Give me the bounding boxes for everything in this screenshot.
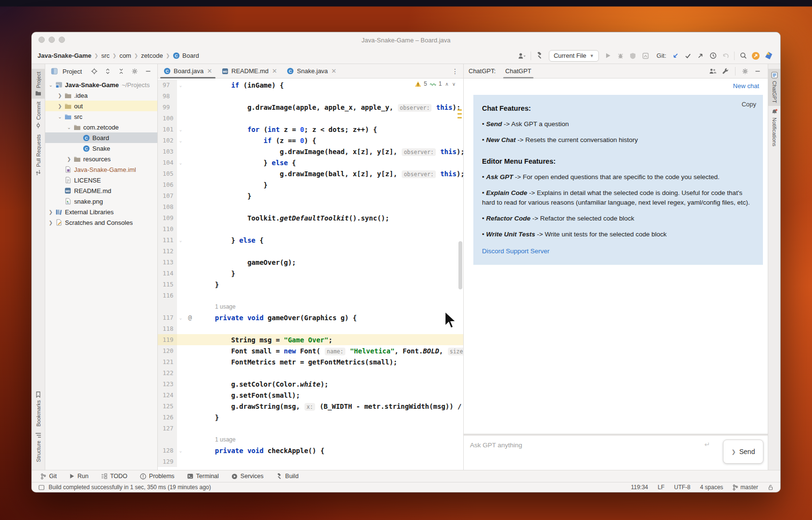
fold-marker-icon[interactable]: ⌄ <box>177 127 184 132</box>
history-clock-icon[interactable] <box>707 50 719 62</box>
tree-item-out[interactable]: ❯out <box>45 101 157 111</box>
editor-tab-board-java[interactable]: CBoard.java✕ <box>159 64 217 78</box>
breadcrumb-item[interactable]: zetcode <box>141 52 163 59</box>
sidebar-item-notifications[interactable]: Notifications <box>768 106 780 149</box>
search-everywhere-icon[interactable] <box>737 50 749 62</box>
run-icon[interactable] <box>602 50 614 62</box>
ide-gem-icon[interactable] <box>762 50 774 62</box>
tree-item-snake-png[interactable]: snake.png <box>45 196 157 207</box>
warning-stripe-mark[interactable] <box>457 113 462 115</box>
close-window-button[interactable] <box>38 37 45 43</box>
tree-chevron-icon[interactable]: ❯ <box>56 104 63 109</box>
tree-item-java-snake-game[interactable]: ⌄Java-Snake-Game~/Projects <box>45 79 157 90</box>
sidebar-item-structure[interactable]: Structure <box>32 429 45 465</box>
tree-item-external-libraries[interactable]: ❯External Libraries <box>45 207 157 217</box>
git-commit-check-icon[interactable] <box>682 50 694 62</box>
code-line[interactable]: 119 String msg = "Game Over"; <box>158 334 463 345</box>
code-line[interactable]: 102⌄ if (z == 0) { <box>158 135 463 146</box>
code-line[interactable]: 107 } <box>158 190 463 201</box>
tool-window-button-todo[interactable]: TODO <box>101 473 127 480</box>
tree-chevron-icon[interactable]: ❯ <box>56 93 63 98</box>
tool-window-button-terminal[interactable]: Terminal <box>187 473 219 480</box>
sidebar-item-chatgpt[interactable]: ChatGPT <box>768 69 780 106</box>
warning-stripe-mark[interactable] <box>457 117 462 118</box>
coverage-icon[interactable] <box>627 50 639 62</box>
sidebar-item-bookmarks[interactable]: Bookmarks <box>32 389 45 429</box>
code-line[interactable]: 127 <box>158 423 463 434</box>
tree-chevron-icon[interactable]: ❯ <box>47 209 54 215</box>
code-line[interactable]: 100 <box>158 113 463 124</box>
code-line[interactable]: 115 } <box>158 279 463 290</box>
tool-window-button-run[interactable]: Run <box>69 473 89 480</box>
fold-marker-icon[interactable]: ⌄ <box>177 448 184 453</box>
code-line[interactable]: 118 <box>158 323 463 334</box>
code-line[interactable]: 126 } <box>158 412 463 423</box>
tree-chevron-icon[interactable]: ⌄ <box>56 114 63 119</box>
profiler-icon[interactable] <box>639 50 652 62</box>
plugin-orange-icon[interactable] <box>749 50 762 62</box>
background-tasks-icon[interactable] <box>38 484 45 491</box>
file-encoding[interactable]: UTF-8 <box>674 484 690 491</box>
code-line[interactable]: 104⌄ } else { <box>158 157 463 168</box>
tree-item-src[interactable]: ⌄src <box>45 111 157 122</box>
code-line[interactable]: 109 Toolkit.getDefaultToolkit().sync(); <box>158 212 463 223</box>
editor-tab-snake-java[interactable]: CSnake.java✕ <box>282 64 341 78</box>
inspection-widget[interactable]: 5 1 ∧ ∨ <box>415 80 456 87</box>
code-line[interactable]: 106 } <box>158 179 463 190</box>
run-configuration-select[interactable]: Current File ▼ <box>549 50 599 62</box>
new-chat-link[interactable]: New chat <box>733 82 759 90</box>
warning-stripe-mark[interactable] <box>457 109 462 111</box>
usage-hint[interactable]: 1 usage <box>196 303 236 310</box>
rollback-icon[interactable] <box>719 50 732 62</box>
tree-chevron-icon[interactable]: ⌄ <box>47 82 54 88</box>
tool-window-button-problems[interactable]: Problems <box>140 473 175 480</box>
breadcrumb-item[interactable]: src <box>101 52 109 59</box>
caret-position[interactable]: 119:34 <box>631 484 648 491</box>
usage-hint-row[interactable]: 1 usage <box>158 301 463 312</box>
build-hammer-icon[interactable] <box>533 50 546 62</box>
git-update-icon[interactable] <box>669 50 682 62</box>
code-line[interactable]: 108 <box>158 201 463 212</box>
code-line[interactable]: 120 Font small = new Font( name: "Helvet… <box>158 345 463 356</box>
usage-hint[interactable]: 1 usage <box>196 436 236 443</box>
hide-panel-icon[interactable] <box>143 66 153 77</box>
code-line[interactable]: 116 <box>158 290 463 301</box>
tree-chevron-icon[interactable]: ⌄ <box>65 125 73 130</box>
code-line[interactable]: 101⌄ for (int z = 0; z < dots; z++) { <box>158 124 463 135</box>
git-branch[interactable]: master <box>733 484 758 491</box>
code-line[interactable]: 114 } <box>158 268 463 279</box>
line-ending[interactable]: LF <box>658 484 664 491</box>
prev-issue-icon[interactable]: ∧ <box>445 81 448 87</box>
tree-chevron-icon[interactable]: ❯ <box>47 220 54 225</box>
sidebar-item-pull-requests[interactable]: Pull Requests <box>32 131 45 179</box>
usage-hint-row[interactable]: 1 usage <box>158 434 463 445</box>
breadcrumb-item[interactable]: Java-Snake-Game <box>38 52 91 59</box>
code-line[interactable]: 98 <box>158 91 463 102</box>
code-line[interactable]: 111⌄ } else { <box>158 234 463 246</box>
wrench-icon[interactable] <box>720 66 731 77</box>
debug-icon[interactable] <box>614 50 627 62</box>
code-line[interactable]: 99 g.drawImage(apple, apple_x, apple_y, … <box>158 102 463 113</box>
fold-marker-icon[interactable]: ⌄ <box>177 138 184 143</box>
expand-all-icon[interactable] <box>102 66 113 77</box>
tree-chevron-icon[interactable]: ❯ <box>65 156 73 162</box>
tree-item-snake[interactable]: CSnake <box>45 143 157 154</box>
discord-support-link[interactable]: Discord Support Server <box>482 247 754 256</box>
users-icon[interactable] <box>708 66 718 77</box>
next-issue-icon[interactable]: ∨ <box>452 81 456 87</box>
chat-input[interactable]: Ask GPT anything <box>470 442 522 449</box>
fold-marker-icon[interactable]: ⌄ <box>177 238 184 243</box>
copy-message-button[interactable]: Copy <box>742 100 756 109</box>
zoom-window-button[interactable] <box>59 37 65 43</box>
breadcrumb-item[interactable]: Board <box>182 52 199 59</box>
locate-file-icon[interactable] <box>89 66 100 77</box>
code-line[interactable]: 121 FontMetrics metr = getFontMetrics(sm… <box>158 356 463 367</box>
tool-window-button-build[interactable]: Build <box>276 473 299 480</box>
tool-window-button-git[interactable]: Git <box>40 473 57 480</box>
code-line[interactable]: 125 g.drawString(msg, x: (B_WIDTH - metr… <box>158 401 463 412</box>
tree-item-java-snake-game-iml[interactable]: Java-Snake-Game.iml <box>45 164 157 175</box>
code-line[interactable]: 117⌄@ private void gameOver(Graphics g) … <box>158 312 463 323</box>
code-line[interactable]: 113 gameOver(g); <box>158 257 463 268</box>
chatgpt-tab[interactable]: ChatGPT <box>503 64 533 78</box>
code-line[interactable]: 128⌄ private void checkApple() { <box>158 445 463 456</box>
